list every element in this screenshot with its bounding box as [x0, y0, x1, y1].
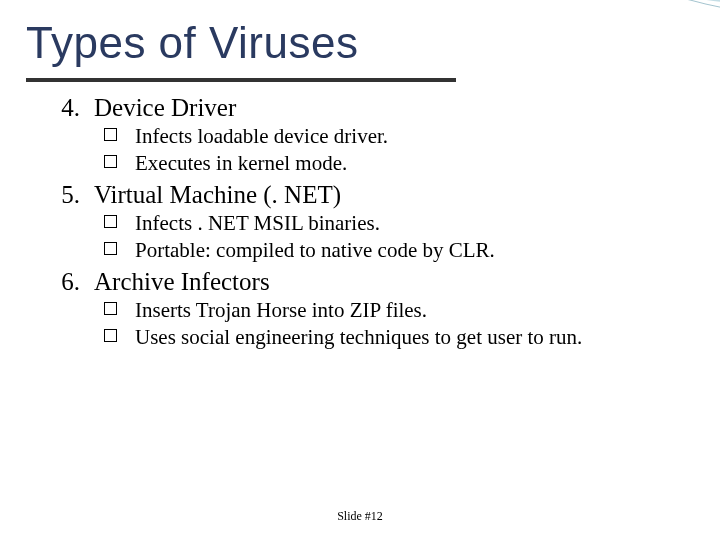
item-label: Virtual Machine (. NET)	[94, 179, 341, 210]
sub-text: Uses social engineering techniques to ge…	[135, 324, 582, 351]
sub-text: Inserts Trojan Horse into ZIP files.	[135, 297, 427, 324]
bullet-box-icon	[104, 302, 117, 315]
list-item: 5. Virtual Machine (. NET) Infects . NET…	[52, 179, 700, 264]
bullet-box-icon	[104, 329, 117, 342]
sub-item: Portable: compiled to native code by CLR…	[104, 237, 700, 264]
item-label: Archive Infectors	[94, 266, 270, 297]
sub-item: Infects loadable device driver.	[104, 123, 700, 150]
bullet-box-icon	[104, 128, 117, 141]
sub-item: Uses social engineering techniques to ge…	[104, 324, 700, 351]
list-item: 4. Device Driver Infects loadable device…	[52, 92, 700, 177]
sub-item: Inserts Trojan Horse into ZIP files.	[104, 297, 700, 324]
item-number: 4.	[52, 92, 80, 123]
item-number: 5.	[52, 179, 80, 210]
sub-item: Infects . NET MSIL binaries.	[104, 210, 700, 237]
bullet-box-icon	[104, 242, 117, 255]
list-item: 6. Archive Infectors Inserts Trojan Hors…	[52, 266, 700, 351]
sub-text: Executes in kernel mode.	[135, 150, 347, 177]
bullet-box-icon	[104, 155, 117, 168]
item-label: Device Driver	[94, 92, 236, 123]
title-underline	[26, 78, 456, 82]
sub-text: Portable: compiled to native code by CLR…	[135, 237, 495, 264]
slide-footer: Slide #12	[0, 509, 720, 524]
sub-item: Executes in kernel mode.	[104, 150, 700, 177]
sub-text: Infects . NET MSIL binaries.	[135, 210, 380, 237]
sub-text: Infects loadable device driver.	[135, 123, 388, 150]
item-number: 6.	[52, 266, 80, 297]
bullet-box-icon	[104, 215, 117, 228]
content-area: 4. Device Driver Infects loadable device…	[52, 92, 700, 353]
slide-title: Types of Viruses	[26, 18, 358, 68]
